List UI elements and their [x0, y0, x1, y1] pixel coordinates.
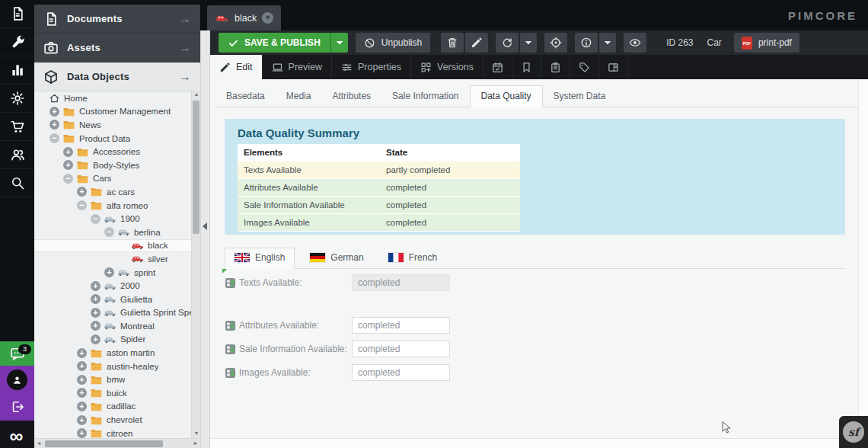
collapse-icon[interactable]: −	[49, 133, 59, 143]
subtab-data-quality[interactable]: Data Quality	[470, 85, 543, 107]
images-available-input[interactable]	[352, 364, 450, 381]
tab-preview[interactable]: Preview	[263, 55, 332, 79]
rail-search-button[interactable]	[0, 169, 34, 197]
collapse-icon[interactable]: −	[63, 174, 73, 184]
rail-cart-button[interactable]	[0, 113, 34, 141]
tab-calendar-check[interactable]	[483, 55, 512, 79]
symfony-debug-toolbar-button[interactable]: sf	[839, 416, 868, 448]
tree-horizontal-scrollbar[interactable]: ◄ ►	[34, 438, 200, 448]
tree-item-cadillac[interactable]: + cadillac	[34, 400, 200, 414]
print-pdf-button[interactable]: PDF print-pdf	[734, 33, 799, 53]
tab-properties[interactable]: Properties	[332, 55, 411, 79]
sale-information-available-input[interactable]	[352, 341, 450, 357]
expand-icon[interactable]: +	[91, 334, 101, 344]
accordion-assets[interactable]: Assets →	[34, 34, 200, 62]
scroll-left-icon[interactable]: ◄	[34, 439, 43, 448]
expand-icon[interactable]: +	[49, 120, 59, 130]
collapse-panel-arrow-icon[interactable]	[203, 222, 207, 230]
save-publish-main[interactable]: SAVE & PUBLISH	[219, 33, 330, 53]
info-button[interactable]	[575, 33, 598, 53]
tab-edit[interactable]: Edit	[210, 55, 263, 79]
attributes-available-input[interactable]	[352, 317, 450, 334]
tree-vertical-scrollbar[interactable]: ▲ ▼	[191, 90, 200, 438]
target-button[interactable]	[544, 33, 567, 53]
tree-item-2000[interactable]: + 2000	[34, 279, 200, 293]
tab-tag[interactable]	[570, 55, 599, 79]
open-object-tab[interactable]: black ✕	[207, 5, 281, 30]
tree-item-bmw[interactable]: + bmw	[34, 373, 200, 386]
tree-item-buick[interactable]: + buick	[34, 386, 200, 400]
expand-icon[interactable]: +	[91, 281, 101, 291]
tree-item-sprint[interactable]: + sprint	[34, 266, 200, 280]
caret-down-button[interactable]	[520, 33, 537, 53]
expand-icon[interactable]: +	[104, 267, 114, 277]
tree-item-alfa-romeo[interactable]: − alfa romeo	[34, 199, 200, 213]
collapse-icon[interactable]: −	[91, 214, 101, 224]
tree-item-berlina[interactable]: − berlina	[34, 226, 200, 239]
accordion-documents[interactable]: Documents →	[34, 5, 200, 34]
rail-chart-button[interactable]	[0, 56, 34, 85]
tree-item-silver[interactable]: silver	[34, 252, 200, 266]
expand-icon[interactable]: +	[77, 415, 87, 425]
subtab-basedata[interactable]: Basedata	[215, 86, 276, 107]
pencil-button[interactable]	[465, 33, 488, 53]
scroll-right-icon[interactable]: ►	[191, 439, 200, 448]
expand-icon[interactable]: +	[77, 361, 87, 371]
save-options-caret[interactable]	[330, 33, 348, 53]
lang-tab-french[interactable]: French	[379, 248, 446, 268]
refresh-button[interactable]	[496, 33, 519, 53]
tab-clipboard[interactable]	[541, 55, 570, 79]
subtab-sale-information[interactable]: Sale Information	[381, 86, 469, 107]
unpublish-button[interactable]: Unpublish	[356, 33, 430, 53]
tree-item-austin-healey[interactable]: + austin-healey	[34, 360, 200, 373]
tree-item-montreal[interactable]: + Montreal	[34, 319, 200, 333]
tab-layout[interactable]	[599, 55, 628, 79]
expand-icon[interactable]: +	[49, 107, 59, 117]
close-icon[interactable]: ✕	[262, 12, 273, 24]
subtab-media[interactable]: Media	[276, 86, 322, 107]
subtab-attributes[interactable]: Attributes	[321, 86, 381, 107]
accordion-data-objects[interactable]: Data Objects →	[34, 62, 200, 91]
tree-item-giulietta[interactable]: + Giulietta	[34, 293, 200, 306]
lang-tab-english[interactable]: English	[225, 248, 295, 269]
subtab-system-data[interactable]: System Data	[543, 86, 617, 107]
tree-item-product-data[interactable]: − Product Data	[34, 132, 200, 146]
tree-item-customer-management[interactable]: + Customer Management	[34, 105, 200, 119]
content-vertical-scrollbar[interactable]	[858, 79, 868, 439]
tree-item-ac-cars[interactable]: + ac cars	[34, 185, 200, 199]
expand-icon[interactable]: +	[91, 321, 101, 331]
rail-chat-button[interactable]: 3	[0, 341, 34, 366]
lang-tab-german[interactable]: German	[301, 248, 372, 268]
expand-icon[interactable]: +	[77, 428, 87, 438]
tab-versions[interactable]: Versions	[411, 55, 483, 79]
expand-icon[interactable]: +	[77, 375, 87, 385]
panel-splitter[interactable]	[200, 30, 210, 448]
rail-gear-button[interactable]	[0, 85, 34, 113]
trash-button[interactable]	[441, 33, 464, 53]
texts-available-input[interactable]	[352, 274, 450, 291]
tree-item-gulietta-sprint-specia[interactable]: + Gulietta Sprint Specia	[34, 306, 200, 320]
save-publish-button[interactable]: SAVE & PUBLISH	[219, 33, 348, 53]
tree-item-cars[interactable]: − Cars	[34, 172, 200, 186]
tree-item-citroen[interactable]: + citroen	[34, 427, 200, 438]
expand-icon[interactable]: +	[63, 160, 73, 170]
rail-page-button[interactable]	[0, 0, 34, 28]
tree-item-news[interactable]: + News	[34, 118, 200, 132]
expand-icon[interactable]: +	[77, 348, 87, 358]
tree-item-chevrolet[interactable]: + chevrolet	[34, 413, 200, 427]
expand-icon[interactable]: +	[91, 294, 101, 304]
scrollbar-thumb[interactable]	[193, 101, 199, 234]
expand-icon[interactable]: +	[77, 388, 87, 398]
tree-item-1900[interactable]: − 1900	[34, 212, 200, 226]
collapse-icon[interactable]: −	[104, 227, 114, 237]
tree-item-accessories[interactable]: + Accessories	[34, 145, 200, 158]
rail-user-button[interactable]	[0, 366, 34, 393]
expand-icon[interactable]: +	[91, 308, 101, 318]
tab-bookmark[interactable]	[512, 55, 541, 79]
eye-button[interactable]	[624, 33, 646, 53]
expand-icon[interactable]: +	[63, 147, 73, 157]
tree-item-aston-martin[interactable]: + aston martin	[34, 346, 200, 360]
tree-item-body-styles[interactable]: + Body-Styles	[34, 158, 200, 172]
caret-down-button[interactable]	[599, 33, 616, 53]
scrollbar-thumb[interactable]	[45, 440, 163, 447]
